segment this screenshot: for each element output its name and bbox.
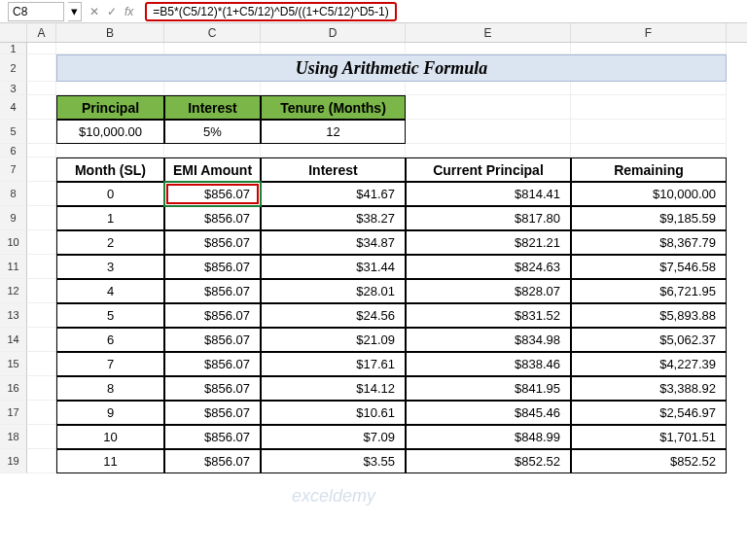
table-cell[interactable]: $856.07: [164, 352, 261, 376]
table-cell[interactable]: $838.46: [406, 352, 571, 376]
table-cell[interactable]: $856.07: [164, 425, 261, 449]
table-cell[interactable]: $28.01: [261, 279, 406, 303]
cell[interactable]: [56, 144, 164, 158]
table-cell[interactable]: $34.87: [261, 230, 406, 255]
table-cell[interactable]: $24.56: [261, 303, 406, 328]
row-12[interactable]: 12: [0, 279, 27, 303]
table-cell[interactable]: $9,185.59: [571, 206, 727, 230]
table-cell[interactable]: $817.80: [406, 206, 571, 230]
col-A[interactable]: A: [27, 23, 56, 42]
row-3[interactable]: 3: [0, 82, 27, 95]
cell[interactable]: [406, 43, 571, 54]
table-cell[interactable]: 1: [56, 206, 164, 230]
fx-icon[interactable]: fx: [124, 5, 133, 18]
param-principal[interactable]: $10,000.00: [56, 120, 164, 144]
cell[interactable]: [27, 255, 56, 279]
row-19[interactable]: 19: [0, 449, 27, 473]
cell[interactable]: [406, 144, 571, 158]
cell[interactable]: [27, 303, 56, 328]
cell[interactable]: [164, 82, 261, 95]
table-cell[interactable]: $31.44: [261, 255, 406, 279]
enter-icon[interactable]: ✓: [107, 5, 117, 18]
cell[interactable]: [164, 144, 261, 158]
row-13[interactable]: 13: [0, 303, 27, 328]
cell[interactable]: [571, 144, 727, 158]
table-cell[interactable]: 4: [56, 279, 164, 303]
table-cell[interactable]: $856.07: [164, 376, 261, 401]
table-cell[interactable]: 5: [56, 303, 164, 328]
table-cell[interactable]: 2: [56, 230, 164, 255]
cell[interactable]: [27, 182, 56, 206]
cell[interactable]: [571, 43, 727, 54]
table-cell[interactable]: 11: [56, 449, 164, 473]
table-cell[interactable]: $5,062.37: [571, 328, 727, 352]
cell[interactable]: [27, 352, 56, 376]
table-cell[interactable]: $7,546.58: [571, 255, 727, 279]
table-cell[interactable]: $17.61: [261, 352, 406, 376]
cell[interactable]: [27, 328, 56, 352]
col-D[interactable]: D: [261, 23, 406, 42]
cell[interactable]: [27, 82, 56, 95]
table-cell[interactable]: $834.98: [406, 328, 571, 352]
cell[interactable]: [27, 425, 56, 449]
cell[interactable]: [261, 82, 406, 95]
cell[interactable]: [27, 401, 56, 425]
cell[interactable]: [571, 82, 727, 95]
table-cell[interactable]: $14.12: [261, 376, 406, 401]
table-cell[interactable]: $856.07: [164, 401, 261, 425]
table-cell[interactable]: $2,546.97: [571, 401, 727, 425]
cell[interactable]: [406, 120, 571, 144]
cell[interactable]: [27, 120, 56, 144]
cell[interactable]: [406, 82, 571, 95]
table-cell[interactable]: $41.67: [261, 182, 406, 206]
row-6[interactable]: 6: [0, 144, 27, 158]
table-cell[interactable]: $1,701.51: [571, 425, 727, 449]
cell[interactable]: [261, 144, 406, 158]
table-cell[interactable]: $3.55: [261, 449, 406, 473]
formula-input[interactable]: =B5*(C5/12)*(1+C5/12)^D5/((1+C5/12)^D5-1…: [145, 2, 396, 21]
table-cell[interactable]: $10.61: [261, 401, 406, 425]
row-18[interactable]: 18: [0, 425, 27, 449]
table-cell[interactable]: 9: [56, 401, 164, 425]
table-cell[interactable]: 8: [56, 376, 164, 401]
table-cell[interactable]: $814.41: [406, 182, 571, 206]
table-cell[interactable]: $856.07: [164, 206, 261, 230]
table-cell[interactable]: $841.95: [406, 376, 571, 401]
cell[interactable]: [27, 206, 56, 230]
cell[interactable]: [27, 158, 56, 182]
table-cell[interactable]: $831.52: [406, 303, 571, 328]
row-1[interactable]: 1: [0, 43, 27, 54]
row-15[interactable]: 15: [0, 352, 27, 376]
table-cell[interactable]: $856.07: [164, 279, 261, 303]
col-E[interactable]: E: [406, 23, 571, 42]
table-cell[interactable]: $848.99: [406, 425, 571, 449]
row-9[interactable]: 9: [0, 206, 27, 230]
row-14[interactable]: 14: [0, 328, 27, 352]
table-cell[interactable]: $856.07: [164, 255, 261, 279]
cell[interactable]: [56, 82, 164, 95]
table-cell[interactable]: $21.09: [261, 328, 406, 352]
table-cell[interactable]: 3: [56, 255, 164, 279]
cell[interactable]: [164, 43, 261, 54]
col-F[interactable]: F: [571, 23, 727, 42]
cell[interactable]: [27, 279, 56, 303]
row-17[interactable]: 17: [0, 401, 27, 425]
row-4[interactable]: 4: [0, 95, 27, 120]
table-cell[interactable]: $828.07: [406, 279, 571, 303]
table-cell[interactable]: $6,721.95: [571, 279, 727, 303]
table-cell[interactable]: $821.21: [406, 230, 571, 255]
table-cell[interactable]: $856.07: [164, 328, 261, 352]
table-cell[interactable]: $824.63: [406, 255, 571, 279]
cell-C8[interactable]: $856.07: [164, 182, 261, 206]
table-cell[interactable]: $845.46: [406, 401, 571, 425]
col-C[interactable]: C: [164, 23, 261, 42]
cell[interactable]: [27, 144, 56, 158]
table-cell[interactable]: $852.52: [406, 449, 571, 473]
table-cell[interactable]: $856.07: [164, 230, 261, 255]
row-5[interactable]: 5: [0, 120, 27, 144]
col-B[interactable]: B: [56, 23, 164, 42]
row-16[interactable]: 16: [0, 376, 27, 401]
row-2[interactable]: 2: [0, 54, 27, 82]
cell[interactable]: [571, 95, 727, 120]
table-cell[interactable]: $7.09: [261, 425, 406, 449]
